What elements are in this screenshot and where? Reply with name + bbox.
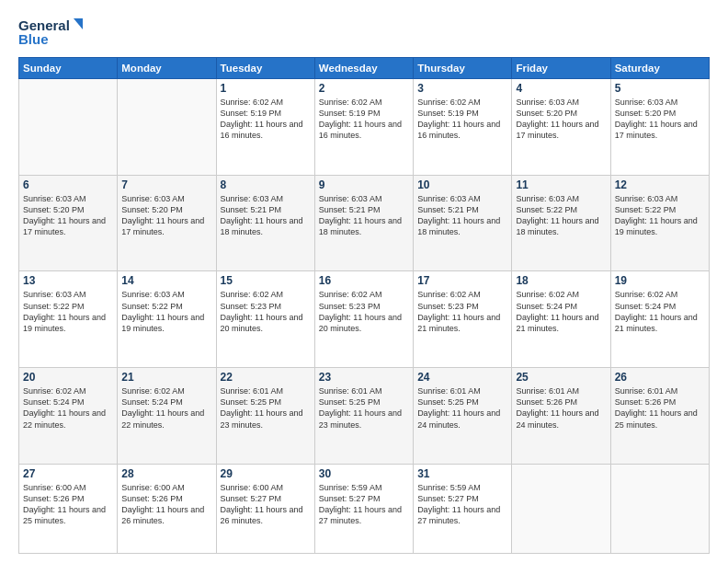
- day-number: 23: [319, 371, 409, 384]
- day-detail: Sunrise: 6:02 AM Sunset: 5:24 PM Dayligh…: [23, 385, 113, 431]
- svg-text:Blue: Blue: [18, 31, 49, 47]
- week-row-2: 6Sunrise: 6:03 AM Sunset: 5:20 PM Daylig…: [19, 175, 710, 271]
- calendar-cell: 22Sunrise: 6:01 AM Sunset: 5:25 PM Dayli…: [216, 368, 314, 465]
- day-number: 13: [23, 274, 113, 287]
- day-number: 19: [615, 274, 705, 287]
- day-number: 25: [516, 371, 606, 384]
- calendar-cell: 19Sunrise: 6:02 AM Sunset: 5:24 PM Dayli…: [610, 271, 709, 368]
- calendar-cell: 5Sunrise: 6:03 AM Sunset: 5:20 PM Daylig…: [610, 79, 709, 176]
- week-row-3: 13Sunrise: 6:03 AM Sunset: 5:22 PM Dayli…: [19, 271, 710, 368]
- day-number: 6: [23, 178, 113, 191]
- day-detail: Sunrise: 6:00 AM Sunset: 5:26 PM Dayligh…: [121, 482, 211, 527]
- day-detail: Sunrise: 6:00 AM Sunset: 5:26 PM Dayligh…: [23, 482, 113, 527]
- calendar-cell: 20Sunrise: 6:02 AM Sunset: 5:24 PM Dayli…: [19, 368, 118, 465]
- day-detail: Sunrise: 6:03 AM Sunset: 5:22 PM Dayligh…: [615, 193, 705, 238]
- calendar-cell: 10Sunrise: 6:03 AM Sunset: 5:21 PM Dayli…: [414, 175, 512, 271]
- week-row-4: 20Sunrise: 6:02 AM Sunset: 5:24 PM Dayli…: [19, 368, 710, 465]
- day-number: 4: [516, 82, 606, 95]
- day-number: 31: [417, 467, 507, 480]
- day-number: 28: [121, 467, 211, 480]
- day-number: 24: [417, 371, 507, 384]
- day-number: 1: [221, 82, 311, 95]
- day-number: 10: [417, 178, 507, 191]
- calendar-cell: 31Sunrise: 5:59 AM Sunset: 5:27 PM Dayli…: [414, 464, 512, 553]
- day-detail: Sunrise: 6:03 AM Sunset: 5:21 PM Dayligh…: [221, 193, 311, 238]
- calendar-cell: 11Sunrise: 6:03 AM Sunset: 5:22 PM Dayli…: [512, 175, 610, 271]
- calendar-cell: 12Sunrise: 6:03 AM Sunset: 5:22 PM Dayli…: [610, 175, 709, 271]
- weekday-header-thursday: Thursday: [414, 58, 512, 79]
- calendar-cell: [19, 79, 118, 176]
- calendar-cell: 15Sunrise: 6:02 AM Sunset: 5:23 PM Dayli…: [216, 271, 314, 368]
- weekday-header-monday: Monday: [118, 58, 216, 79]
- calendar-cell: 23Sunrise: 6:01 AM Sunset: 5:25 PM Dayli…: [314, 368, 413, 465]
- day-number: 2: [319, 82, 409, 95]
- weekday-header-saturday: Saturday: [610, 58, 709, 79]
- day-detail: Sunrise: 6:01 AM Sunset: 5:26 PM Dayligh…: [615, 385, 705, 431]
- calendar-cell: 3Sunrise: 6:02 AM Sunset: 5:19 PM Daylig…: [414, 79, 512, 176]
- day-number: 7: [121, 178, 211, 191]
- day-number: 17: [417, 274, 507, 287]
- day-detail: Sunrise: 6:01 AM Sunset: 5:26 PM Dayligh…: [516, 385, 606, 431]
- day-detail: Sunrise: 6:02 AM Sunset: 5:19 PM Dayligh…: [417, 97, 507, 142]
- day-number: 22: [221, 371, 311, 384]
- calendar-cell: 17Sunrise: 6:02 AM Sunset: 5:23 PM Dayli…: [414, 271, 512, 368]
- calendar-cell: 14Sunrise: 6:03 AM Sunset: 5:22 PM Dayli…: [118, 271, 216, 368]
- day-number: 26: [615, 371, 705, 384]
- day-detail: Sunrise: 6:03 AM Sunset: 5:21 PM Dayligh…: [417, 193, 507, 238]
- calendar-cell: 18Sunrise: 6:02 AM Sunset: 5:24 PM Dayli…: [512, 271, 610, 368]
- day-detail: Sunrise: 6:03 AM Sunset: 5:22 PM Dayligh…: [516, 193, 606, 238]
- day-number: 9: [319, 178, 409, 191]
- day-number: 21: [121, 371, 211, 384]
- day-detail: Sunrise: 6:03 AM Sunset: 5:22 PM Dayligh…: [23, 289, 113, 334]
- day-detail: Sunrise: 6:02 AM Sunset: 5:24 PM Dayligh…: [516, 289, 606, 334]
- weekday-header-row: SundayMondayTuesdayWednesdayThursdayFrid…: [19, 58, 710, 79]
- day-detail: Sunrise: 6:00 AM Sunset: 5:27 PM Dayligh…: [221, 482, 311, 527]
- calendar-cell: [610, 464, 709, 553]
- day-detail: Sunrise: 6:02 AM Sunset: 5:23 PM Dayligh…: [319, 289, 409, 334]
- day-detail: Sunrise: 6:03 AM Sunset: 5:22 PM Dayligh…: [121, 289, 211, 334]
- calendar-cell: 16Sunrise: 6:02 AM Sunset: 5:23 PM Dayli…: [314, 271, 413, 368]
- header: GeneralBlue: [18, 17, 710, 48]
- logo: GeneralBlue: [18, 17, 92, 48]
- weekday-header-friday: Friday: [512, 58, 610, 79]
- day-detail: Sunrise: 6:02 AM Sunset: 5:19 PM Dayligh…: [221, 97, 311, 142]
- week-row-5: 27Sunrise: 6:00 AM Sunset: 5:26 PM Dayli…: [19, 464, 710, 553]
- calendar-cell: [118, 79, 216, 176]
- calendar-table: SundayMondayTuesdayWednesdayThursdayFrid…: [18, 57, 710, 554]
- calendar-cell: 21Sunrise: 6:02 AM Sunset: 5:24 PM Dayli…: [118, 368, 216, 465]
- calendar-page: GeneralBlue SundayMondayTuesdayWednesday…: [0, 0, 728, 563]
- day-number: 29: [221, 467, 311, 480]
- day-number: 16: [319, 274, 409, 287]
- day-number: 14: [121, 274, 211, 287]
- day-detail: Sunrise: 6:03 AM Sunset: 5:21 PM Dayligh…: [319, 193, 409, 238]
- day-detail: Sunrise: 6:02 AM Sunset: 5:19 PM Dayligh…: [319, 97, 409, 142]
- weekday-header-sunday: Sunday: [19, 58, 118, 79]
- day-detail: Sunrise: 5:59 AM Sunset: 5:27 PM Dayligh…: [319, 482, 409, 527]
- day-detail: Sunrise: 6:01 AM Sunset: 5:25 PM Dayligh…: [417, 385, 507, 431]
- day-detail: Sunrise: 6:03 AM Sunset: 5:20 PM Dayligh…: [516, 97, 606, 142]
- day-number: 12: [615, 178, 705, 191]
- day-number: 3: [417, 82, 507, 95]
- week-row-1: 1Sunrise: 6:02 AM Sunset: 5:19 PM Daylig…: [19, 79, 710, 176]
- calendar-cell: 29Sunrise: 6:00 AM Sunset: 5:27 PM Dayli…: [216, 464, 314, 553]
- calendar-cell: 1Sunrise: 6:02 AM Sunset: 5:19 PM Daylig…: [216, 79, 314, 176]
- calendar-cell: 4Sunrise: 6:03 AM Sunset: 5:20 PM Daylig…: [512, 79, 610, 176]
- day-detail: Sunrise: 6:02 AM Sunset: 5:24 PM Dayligh…: [121, 385, 211, 431]
- day-number: 15: [221, 274, 311, 287]
- day-detail: Sunrise: 6:02 AM Sunset: 5:23 PM Dayligh…: [417, 289, 507, 334]
- calendar-cell: 30Sunrise: 5:59 AM Sunset: 5:27 PM Dayli…: [314, 464, 413, 553]
- logo-icon: GeneralBlue: [18, 17, 92, 48]
- calendar-cell: 25Sunrise: 6:01 AM Sunset: 5:26 PM Dayli…: [512, 368, 610, 465]
- day-number: 5: [615, 82, 705, 95]
- day-detail: Sunrise: 6:03 AM Sunset: 5:20 PM Dayligh…: [615, 97, 705, 142]
- day-number: 27: [23, 467, 113, 480]
- calendar-cell: 28Sunrise: 6:00 AM Sunset: 5:26 PM Dayli…: [118, 464, 216, 553]
- day-detail: Sunrise: 6:01 AM Sunset: 5:25 PM Dayligh…: [221, 385, 311, 431]
- day-detail: Sunrise: 6:01 AM Sunset: 5:25 PM Dayligh…: [319, 385, 409, 431]
- day-number: 11: [516, 178, 606, 191]
- svg-marker-2: [74, 18, 83, 29]
- calendar-cell: 8Sunrise: 6:03 AM Sunset: 5:21 PM Daylig…: [216, 175, 314, 271]
- day-number: 20: [23, 371, 113, 384]
- day-detail: Sunrise: 6:02 AM Sunset: 5:24 PM Dayligh…: [615, 289, 705, 334]
- day-detail: Sunrise: 6:02 AM Sunset: 5:23 PM Dayligh…: [221, 289, 311, 334]
